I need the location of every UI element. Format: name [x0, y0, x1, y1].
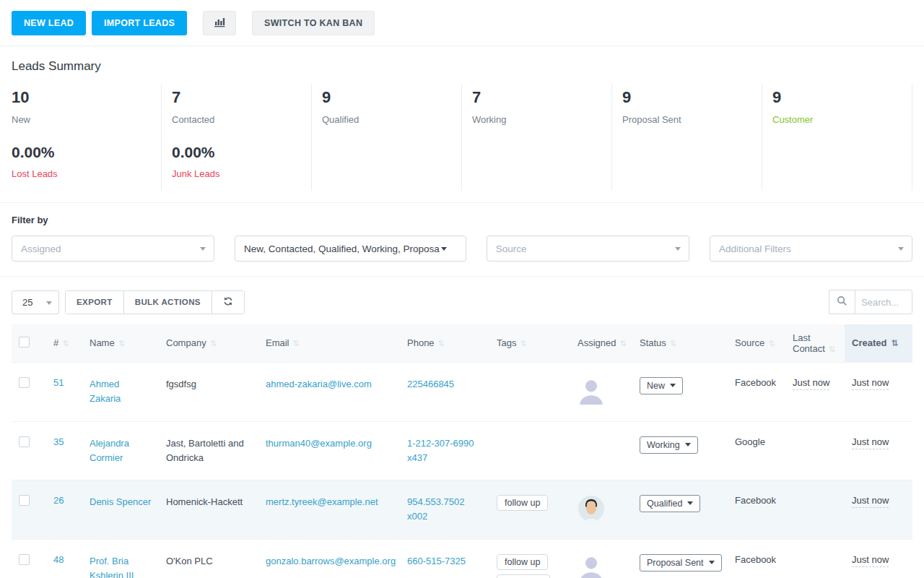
caret-down-icon [898, 247, 904, 251]
column-header-source[interactable]: Source⇅ [728, 324, 785, 362]
caret-down-icon [200, 247, 206, 251]
lead-name-link[interactable]: Prof. Bria Kshlerin III [90, 556, 134, 578]
row-checkbox-cell [12, 539, 46, 578]
summary-stat-qualified: 9Qualified [312, 84, 462, 191]
lead-assigned-cell [570, 362, 632, 421]
percent-label: Lost Leads [12, 168, 151, 179]
caret-down-icon [441, 247, 447, 251]
lead-tags-cell: follow up [489, 480, 570, 539]
sort-icon: ⇅ [891, 338, 898, 348]
lead-last-contact-cell [785, 539, 845, 578]
status-dropdown-button[interactable]: Proposal Sent [640, 554, 722, 571]
additional-filters-select[interactable]: Additional Filters [710, 236, 912, 262]
search-button[interactable] [829, 290, 855, 314]
summary-stat-customer: 9Customer [762, 84, 912, 191]
column-header-phone[interactable]: Phone⇅ [400, 324, 489, 362]
row-checkbox[interactable] [19, 554, 30, 565]
stat-label: Working [472, 114, 601, 125]
row-checkbox[interactable] [19, 495, 30, 506]
lead-phone-link[interactable]: 225466845 [407, 379, 454, 389]
lead-email-link[interactable]: ahmed-zakaria@live.com [266, 379, 372, 389]
column-header-name[interactable]: Name⇅ [82, 324, 159, 362]
last-contact-value: Just now [793, 377, 829, 390]
lead-source-cell: Facebook [728, 480, 785, 539]
lead-email-link[interactable]: gonzalo.barrows@example.org [266, 556, 396, 566]
assigned-avatar[interactable] [578, 396, 605, 407]
lead-name-link[interactable]: Alejandra Cormier [90, 438, 129, 463]
select-all-checkbox[interactable] [19, 337, 30, 348]
column-header-company[interactable]: Company⇅ [159, 324, 258, 362]
lead-email-cell: thurman40@example.org [258, 421, 400, 480]
lead-phone-link[interactable]: 954.553.7502 x002 [407, 496, 465, 522]
status-dropdown-button[interactable]: New [640, 377, 683, 394]
lead-id-link[interactable]: 26 [53, 495, 64, 506]
lead-tag[interactable]: follow up [497, 554, 548, 570]
lead-name-link[interactable]: Ahmed Zakaria [90, 379, 121, 404]
header-checkbox-cell [12, 324, 46, 362]
lead-company-cell: Jast, Bartoletti and Ondricka [159, 421, 258, 480]
status-dropdown-button[interactable]: Working [640, 436, 698, 454]
lead-tags-cell [489, 362, 570, 421]
refresh-button[interactable] [212, 291, 244, 314]
column-header-email[interactable]: Email⇅ [258, 324, 400, 362]
stat-label: Customer [772, 114, 902, 125]
import-leads-button[interactable]: IMPORT LEADS [92, 11, 187, 35]
export-button[interactable]: EXPORT [66, 291, 124, 314]
lead-id-link[interactable]: 48 [53, 554, 64, 565]
status-filter-select[interactable]: New, Contacted, Qualified, Working, Prop… [235, 236, 466, 262]
created-value: Just now [852, 436, 889, 449]
table-row: 48Prof. Bria Kshlerin IIIO'Kon PLCgonzal… [12, 539, 912, 578]
column-header-lastcontact[interactable]: Last Contact⇅ [785, 324, 845, 362]
lead-name-link[interactable]: Denis Spencer [90, 496, 151, 507]
leads-summary-title: Leads Summary [12, 59, 912, 74]
lead-status-cell: Working [632, 421, 728, 480]
lead-created-cell: Just now [845, 480, 912, 539]
stat-label: Contacted [172, 114, 301, 125]
row-checkbox[interactable] [19, 436, 30, 447]
column-header-status[interactable]: Status⇅ [632, 324, 728, 362]
search-input[interactable] [855, 290, 912, 314]
column-header-assigned[interactable]: Assigned⇅ [570, 324, 632, 362]
new-lead-button[interactable]: NEW LEAD [12, 11, 86, 35]
lead-phone-link[interactable]: 1-212-307-6990 x437 [407, 438, 474, 463]
column-header-[interactable]: #⇅ [46, 324, 82, 362]
leads-chart-button[interactable] [203, 11, 236, 35]
assigned-filter-select[interactable]: Assigned [12, 236, 214, 262]
lead-tag[interactable]: follow up [497, 495, 548, 511]
lead-last-contact-cell [785, 421, 845, 480]
lead-id-cell: 26 [46, 480, 82, 539]
caret-down-icon [687, 501, 693, 505]
sort-icon: ⇅ [670, 339, 676, 348]
lead-name-cell: Prof. Bria Kshlerin III [82, 539, 159, 578]
source-filter-select[interactable]: Source [487, 236, 689, 262]
lead-id-link[interactable]: 51 [53, 377, 64, 388]
row-checkbox[interactable] [19, 377, 30, 388]
stat-value: 7 [172, 88, 301, 107]
lead-email-link[interactable]: mertz.tyreek@example.net [266, 496, 378, 507]
column-header-tags[interactable]: Tags⇅ [489, 324, 570, 362]
sort-icon: ⇅ [210, 339, 217, 348]
column-header-created[interactable]: Created⇅ [845, 324, 912, 362]
lead-phone-link[interactable]: 660-515-7325 [407, 556, 466, 566]
lead-name-cell: Ahmed Zakaria [82, 362, 159, 421]
lead-id-link[interactable]: 35 [53, 436, 64, 447]
assigned-filter-placeholder: Assigned [21, 243, 61, 254]
assigned-avatar[interactable] [578, 573, 605, 578]
page-size-select[interactable]: 25 [12, 290, 59, 314]
row-checkbox-cell [12, 480, 46, 539]
assigned-avatar[interactable] [578, 514, 605, 525]
top-toolbar: NEW LEAD IMPORT LEADS SWITCH TO KAN BAN [0, 0, 924, 46]
lead-tag[interactable]: tomorrow [497, 574, 550, 578]
lead-email-link[interactable]: thurman40@example.org [266, 438, 372, 449]
bulk-actions-button[interactable]: BULK ACTIONS [124, 291, 212, 314]
status-dropdown-button[interactable]: Qualified [640, 495, 700, 512]
leads-summary-section: Leads Summary 10New0.00%Lost Leads7Conta… [0, 46, 924, 203]
summary-stat-working: 7Working [462, 84, 612, 191]
lead-name-cell: Denis Spencer [82, 480, 159, 539]
sort-icon: ⇅ [62, 339, 69, 348]
sort-icon: ⇅ [829, 345, 835, 353]
lead-assigned-cell [570, 421, 632, 480]
switch-to-kanban-button[interactable]: SWITCH TO KAN BAN [252, 11, 375, 35]
percent-value: 0.00% [12, 144, 151, 161]
summary-percent-lost-leads: 0.00%Lost Leads [12, 144, 151, 179]
